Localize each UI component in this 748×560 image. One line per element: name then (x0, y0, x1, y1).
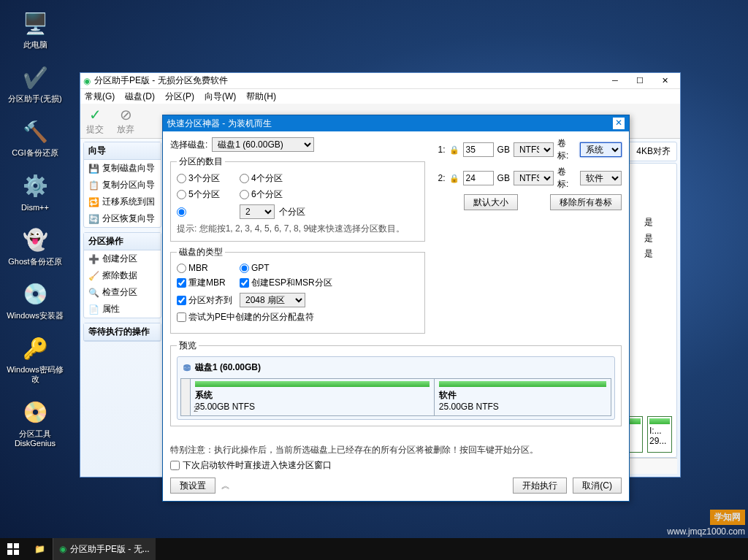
p2-vol-select[interactable]: 软件 (580, 171, 622, 185)
toolbar-discard[interactable]: ⊘放弃 (117, 106, 134, 136)
menu-help[interactable]: 帮助(H) (246, 91, 276, 103)
chevron-up-icon[interactable]: ︽ (221, 480, 230, 492)
desktop-icon-partition[interactable]: ✔️分区助手(无损) (6, 63, 64, 104)
warning-text: 特别注意：执行此操作后，当前所选磁盘上已经存在的所有分区将被删除！按回车键开始分… (170, 444, 622, 456)
radio-gpt[interactable]: GPT (240, 263, 298, 273)
default-size-button[interactable]: 默认大小 (464, 194, 518, 210)
disk-icon: 💾 (88, 164, 99, 174)
panel-partition-ops: 分区操作 ➕创建分区 🧹擦除数据 🔍检查分区 📄属性 (83, 232, 161, 318)
panel-wizard: 向导 💾复制磁盘向导 📋复制分区向导 🔁迁移系统到国 🔄分区恢复向导 (83, 142, 161, 228)
maximize-button[interactable]: ☐ (627, 76, 652, 85)
menu-general[interactable]: 常规(G) (85, 91, 115, 103)
minimize-button[interactable]: ─ (603, 76, 627, 85)
svg-rect-0 (7, 543, 12, 548)
desktop-icon-ghost[interactable]: 👻Ghost备份还原 (6, 226, 64, 266)
recover-icon: 🔄 (88, 214, 99, 224)
disk-select[interactable]: 磁盘1 (60.00GB) (212, 137, 314, 152)
check-partition-icon: 🔍 (88, 288, 99, 298)
desktop-icon-dism[interactable]: ⚙️Dism++ (6, 172, 64, 212)
preview-legend: 预览 (177, 340, 199, 352)
p1-fs-select[interactable]: NTFS (514, 142, 554, 157)
check-align[interactable]: 分区对齐到 (177, 294, 235, 307)
desktop-icons: 🖥️此电脑 ✔️分区助手(无损) 🔨CGI备份还原 ⚙️Dism++ 👻Ghos… (6, 9, 64, 461)
start-button[interactable]: 开始执行 (513, 477, 567, 494)
col-4k: 4KB对齐 (636, 145, 671, 158)
desktop-icon-wininstall[interactable]: 💿Windows安装器 (6, 280, 64, 321)
discard-icon: ⊘ (117, 106, 134, 123)
lock-icon[interactable]: 🔒 (449, 174, 459, 183)
radio-5[interactable]: 5个分区 (177, 188, 235, 201)
radio-custom[interactable] (177, 207, 235, 217)
dialog-title: 快速分区神器 - 为装机而生 (167, 118, 272, 130)
app-logo-icon: ◉ (83, 76, 91, 86)
custom-count-select[interactable]: 2 (240, 204, 275, 219)
preview-bar: 系统 35.00GB NTFS 2 软件 25.00GB NTFS (180, 378, 611, 416)
svg-rect-1 (14, 543, 19, 548)
menubar: 常规(G) 磁盘(D) 分区(P) 向导(W) 帮助(H) (80, 89, 680, 104)
radio-3[interactable]: 3个分区 (177, 172, 235, 185)
menu-partition[interactable]: 分区(P) (165, 91, 194, 103)
clear-labels-button[interactable]: 移除所有卷标 (550, 194, 622, 210)
partition-icon: 📋 (88, 180, 99, 191)
lock-icon[interactable]: 🔒 (449, 145, 459, 155)
radio-4[interactable]: 4个分区 (240, 172, 298, 185)
taskbar-explorer-icon[interactable]: 📁 (26, 544, 53, 554)
disk-select-label: 选择磁盘: (170, 139, 207, 151)
taskbar: 📁 ◉分区助手PE版 - 无... (0, 538, 748, 560)
radio-6[interactable]: 6个分区 (240, 188, 298, 201)
check-next-time[interactable]: 下次启动软件时直接进入快速分区窗口 (170, 459, 622, 472)
p2-size-input[interactable] (463, 171, 494, 185)
preview-seg-2[interactable]: 软件 25.00GB NTFS (435, 379, 611, 415)
svg-rect-2 (7, 550, 12, 555)
titlebar: ◉ 分区助手PE版 - 无损分区免费软件 ─ ☐ ✕ (80, 73, 680, 89)
check-icon: ✓ (86, 106, 104, 123)
wizard-migrate-os[interactable]: 🔁迁移系统到国 (84, 193, 161, 210)
dialog-titlebar: 快速分区神器 - 为装机而生 ✕ (163, 115, 629, 131)
dialog-close-button[interactable]: ✕ (613, 118, 625, 129)
start-button[interactable] (0, 538, 26, 560)
preview-group: 预览 ⛃磁盘1 (60.00GB) 系统 35.00GB NTFS 2 软件 2… (170, 340, 622, 426)
p1-vol-select[interactable]: 系统 (580, 142, 622, 157)
check-try-pe[interactable]: 尝试为PE中创建的分区分配盘符 (177, 311, 314, 323)
desktop-icon-diskgenius[interactable]: 📀分区工具DiskGenius (6, 398, 64, 448)
migrate-icon: 🔁 (88, 197, 99, 207)
p2-fs-select[interactable]: NTFS (514, 171, 554, 185)
wizard-recover-partition[interactable]: 🔄分区恢复向导 (84, 210, 161, 227)
quick-partition-dialog: 快速分区神器 - 为装机而生 ✕ 选择磁盘: 磁盘1 (60.00GB) 分区的… (162, 115, 630, 502)
disk-type-group: 磁盘的类型 MBR GPT 重建MBR 创建ESP和MSR分区 分区对齐到 20… (170, 246, 425, 334)
properties-icon: 📄 (88, 304, 99, 315)
close-button[interactable]: ✕ (652, 76, 677, 85)
panel-title-ops: 分区操作 (84, 233, 161, 250)
disk-block[interactable]: I:...29... (647, 416, 672, 453)
menu-disk[interactable]: 磁盘(D) (125, 91, 155, 103)
desktop-icon-winpass[interactable]: 🔑Windows密码修改 (6, 334, 64, 384)
taskbar-active-app[interactable]: ◉分区助手PE版 - 无... (53, 538, 156, 560)
partition-count-legend: 分区的数目 (177, 156, 225, 168)
panel-title-wizard: 向导 (84, 142, 161, 160)
count-hint: 提示: 您能按1, 2, 3, 4, 5, 6, 7, 8, 9键来快速选择分区… (177, 223, 419, 235)
toolbar-commit[interactable]: ✓提交 (86, 106, 104, 136)
check-rebuild-mbr[interactable]: 重建MBR (177, 277, 235, 289)
preview-seg-1[interactable]: 系统 35.00GB NTFS 2 (191, 379, 435, 415)
align-select[interactable]: 2048 扇区 (240, 293, 305, 307)
left-panel: 向导 💾复制磁盘向导 📋复制分区向导 🔁迁移系统到国 🔄分区恢复向导 分区操作 … (80, 139, 164, 477)
panel-pending: 等待执行的操作 (83, 323, 161, 342)
radio-mbr[interactable]: MBR (177, 263, 235, 273)
menu-wizard[interactable]: 向导(W) (205, 91, 236, 103)
op-properties[interactable]: 📄属性 (84, 301, 161, 318)
desktop-icon-cgi[interactable]: 🔨CGI备份还原 (6, 117, 64, 158)
wizard-copy-disk[interactable]: 💾复制磁盘向导 (84, 160, 161, 177)
cancel-button[interactable]: 取消(C) (573, 477, 622, 494)
p1-size-input[interactable] (463, 142, 494, 157)
disk-type-legend: 磁盘的类型 (177, 246, 225, 258)
partition-row-2: 2: 🔒 GB NTFS 卷标: 软件 (435, 166, 622, 191)
op-wipe[interactable]: 🧹擦除数据 (84, 267, 161, 284)
wizard-copy-partition[interactable]: 📋复制分区向导 (84, 177, 161, 193)
op-create[interactable]: ➕创建分区 (84, 250, 161, 267)
desktop-icon-pc[interactable]: 🖥️此电脑 (6, 9, 64, 50)
op-check[interactable]: 🔍检查分区 (84, 284, 161, 301)
disk-icon: ⛃ (183, 363, 191, 373)
partition-row-1: 1: 🔒 GB NTFS 卷标: 系统 (435, 137, 622, 162)
check-create-esp[interactable]: 创建ESP和MSR分区 (240, 277, 332, 289)
preset-button[interactable]: 预设置 (170, 477, 215, 494)
